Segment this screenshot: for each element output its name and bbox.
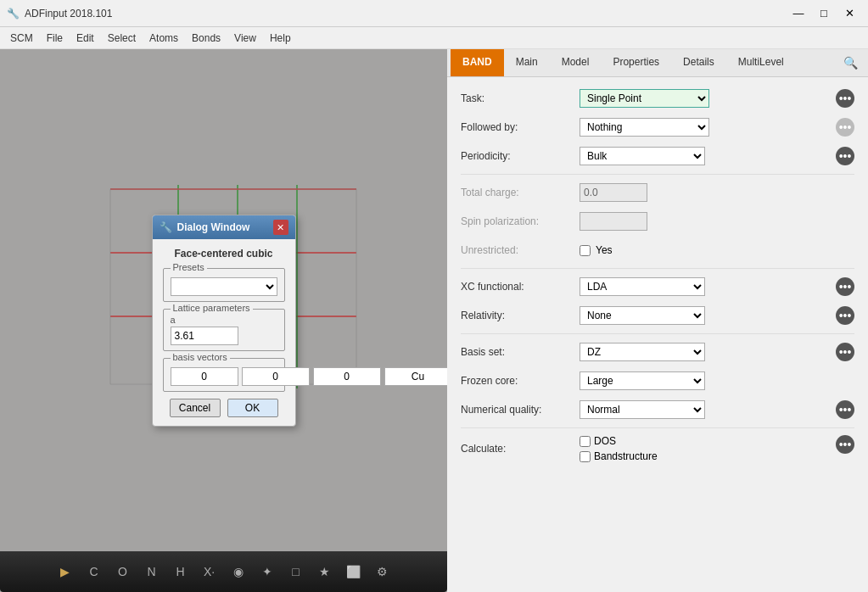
lattice-a-label: a <box>171 315 277 325</box>
dialog-buttons: Cancel OK <box>163 399 285 417</box>
menu-help[interactable]: Help <box>263 31 298 46</box>
title-bar: 🔧 ADFinput 2018.101 — □ ✕ <box>0 0 868 27</box>
spin-polarization-row: Spin polarization: <box>461 210 854 232</box>
periodicity-select[interactable]: Bulk Surface 1D 0D <box>580 147 705 165</box>
xc-functional-row: XC functional: LDA GGA Hybrid ••• <box>461 276 854 298</box>
relativity-select[interactable]: None Scalar Spin-orbit <box>580 306 705 325</box>
basis-set-label: Basis set: <box>461 346 580 358</box>
search-icon[interactable]: 🔍 <box>837 53 865 73</box>
frozen-core-select[interactable]: Large Small None <box>580 371 705 390</box>
divider-4 <box>461 427 854 428</box>
minimize-button[interactable]: — <box>787 4 810 23</box>
xc-functional-label: XC functional: <box>461 281 580 293</box>
presets-select[interactable]: Al Cu Au <box>171 277 277 296</box>
frozen-core-control: Large Small None <box>580 371 705 390</box>
ok-button[interactable]: OK <box>227 399 278 417</box>
frozen-core-row: Frozen core: Large Small None ••• <box>461 370 854 392</box>
tab-properties[interactable]: Properties <box>601 49 671 76</box>
periodicity-control: Bulk Surface 1D 0D <box>580 147 705 165</box>
dialog-window: 🔧 Dialog Window ✕ Face-centered cubic Pr… <box>152 215 296 427</box>
close-button[interactable]: ✕ <box>837 4 861 23</box>
unrestricted-control: Yes <box>580 244 613 256</box>
total-charge-label: Total charge: <box>461 187 580 198</box>
tab-model[interactable]: Model <box>550 49 602 76</box>
numerical-quality-row: Numerical quality: Normal Basic Good Ver… <box>461 399 854 421</box>
basis-v1[interactable] <box>171 367 238 386</box>
relativity-more-btn[interactable]: ••• <box>836 306 854 325</box>
calculate-row: Calculate: DOS Bandstructure ••• <box>461 435 854 462</box>
dialog-content: Face-centered cubic Presets Al Cu Au <box>153 239 295 426</box>
content-area: Task: Single Point Geometry Optimization… <box>447 77 868 592</box>
followed-by-select[interactable]: Nothing Geometry Optimization Frequencie… <box>580 118 709 137</box>
spin-polarization-label: Spin polarization: <box>461 215 580 227</box>
menu-view[interactable]: View <box>227 31 263 46</box>
divider-3 <box>461 333 854 334</box>
unrestricted-checkbox[interactable] <box>580 245 591 256</box>
dialog-title-icon: 🔧 <box>160 221 172 233</box>
tab-band[interactable]: BAND <box>451 49 504 76</box>
periodicity-label: Periodicity: <box>461 150 580 162</box>
dialog-title-bar: 🔧 Dialog Window ✕ <box>153 215 295 239</box>
followed-by-label: Followed by: <box>461 121 580 133</box>
divider-1 <box>461 174 854 175</box>
menu-bonds[interactable]: Bonds <box>185 31 227 46</box>
task-select[interactable]: Single Point Geometry Optimization Frequ… <box>580 89 709 108</box>
cancel-button[interactable]: Cancel <box>170 399 221 417</box>
basis-set-control: DZ DZP TZP TZ2P <box>580 343 705 361</box>
bandstructure-row: Bandstructure <box>580 450 658 462</box>
dos-label: DOS <box>594 435 616 447</box>
calculate-dos-more-btn[interactable]: ••• <box>836 435 854 454</box>
main-layout: ▶ C O N H X· ◉ ✦ □ ★ ⬜ ⚙ 🔧 Dialog Window <box>0 49 868 592</box>
periodicity-more-btn[interactable]: ••• <box>836 147 854 165</box>
relativity-label: Relativity: <box>461 310 580 321</box>
task-more-btn[interactable]: ••• <box>836 89 854 108</box>
calculate-control: DOS Bandstructure <box>580 435 658 462</box>
spin-polarization-input[interactable] <box>580 212 647 231</box>
tab-main[interactable]: Main <box>504 49 550 76</box>
bandstructure-checkbox[interactable] <box>580 451 591 462</box>
calculate-label: Calculate: <box>461 443 580 455</box>
divider-2 <box>461 268 854 269</box>
dialog-close-button[interactable]: ✕ <box>273 220 288 235</box>
relativity-row: Relativity: None Scalar Spin-orbit ••• <box>461 304 854 327</box>
bandstructure-label: Bandstructure <box>594 450 658 462</box>
dialog-subtitle: Face-centered cubic <box>163 248 285 260</box>
window-controls: — □ ✕ <box>787 4 861 23</box>
numerical-quality-select[interactable]: Normal Basic Good Very Good Excellent <box>580 400 705 419</box>
app-icon: 🔧 <box>7 8 20 20</box>
total-charge-control: 0.0 <box>580 183 647 202</box>
basis-set-select[interactable]: DZ DZP TZP TZ2P <box>580 343 705 361</box>
xc-functional-select[interactable]: LDA GGA Hybrid <box>580 277 705 296</box>
basis-set-row: Basis set: DZ DZP TZP TZ2P ••• <box>461 341 854 363</box>
menu-edit[interactable]: Edit <box>70 31 101 46</box>
menu-select[interactable]: Select <box>101 31 143 46</box>
basis-element[interactable]: Cu <box>384 367 448 386</box>
dialog-overlay: 🔧 Dialog Window ✕ Face-centered cubic Pr… <box>0 49 447 592</box>
basis-v3[interactable] <box>313 367 381 386</box>
total-charge-row: Total charge: 0.0 <box>461 182 854 204</box>
dos-checkbox[interactable] <box>580 436 591 447</box>
presets-legend: Presets <box>171 262 207 272</box>
followed-by-control: Nothing Geometry Optimization Frequencie… <box>580 118 709 137</box>
menu-file[interactable]: File <box>40 31 70 46</box>
xc-functional-control: LDA GGA Hybrid <box>580 277 705 296</box>
followed-by-more-btn[interactable]: ••• <box>836 118 854 137</box>
menu-atoms[interactable]: Atoms <box>143 31 185 46</box>
maximize-button[interactable]: □ <box>812 4 836 23</box>
lattice-fieldset: Lattice parameters a 3.61 <box>163 309 285 351</box>
dos-row: DOS <box>580 435 616 447</box>
total-charge-input[interactable]: 0.0 <box>580 183 647 202</box>
basis-vectors-fieldset: basis vectors Cu <box>163 358 285 392</box>
numerical-quality-more-btn[interactable]: ••• <box>836 400 854 419</box>
menu-scm[interactable]: SCM <box>3 31 40 46</box>
unrestricted-row: Unrestricted: Yes <box>461 239 854 261</box>
task-row: Task: Single Point Geometry Optimization… <box>461 87 854 109</box>
basis-set-more-btn[interactable]: ••• <box>836 343 854 361</box>
tab-details[interactable]: Details <box>671 49 726 76</box>
basis-v2[interactable] <box>242 367 310 386</box>
tab-bar: BAND Main Model Properties Details Multi… <box>447 49 868 77</box>
lattice-a-input[interactable]: 3.61 <box>171 327 238 345</box>
xc-more-btn[interactable]: ••• <box>836 277 854 296</box>
tab-multilevel[interactable]: MultiLevel <box>726 49 796 76</box>
frozen-core-label: Frozen core: <box>461 375 580 387</box>
